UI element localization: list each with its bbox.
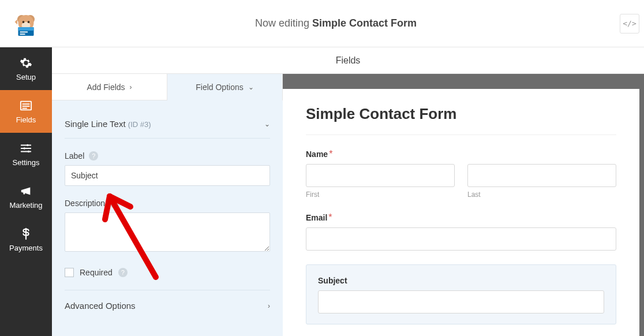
nav-item-label: Payments [9,244,43,252]
nav-item-settings[interactable]: Settings [0,133,52,176]
field-id-hint: (ID #3) [128,120,151,129]
label-field-label: Label ? [65,151,270,160]
advanced-label: Advanced Options [65,301,136,311]
preview-field-name[interactable]: Name* First Last [306,149,616,199]
opt-label-text: Label [65,151,84,160]
left-nav: Setup Fields Settings Marketing Payments [0,47,52,336]
svg-point-15 [23,147,25,150]
chevron-down-icon: ⌄ [248,83,254,91]
tab-add-fields[interactable]: Add Fields › [52,74,167,100]
last-name-input[interactable] [467,164,616,187]
field-section-header[interactable]: Single Line Text (ID #3) ⌄ [65,114,270,139]
svg-rect-13 [23,107,27,109]
help-icon[interactable]: ? [110,199,119,208]
svg-point-14 [27,144,29,146]
first-name-input[interactable] [306,164,455,187]
chevron-down-icon: ⌄ [264,120,270,128]
nav-item-label: Settings [13,158,40,167]
label-input[interactable] [65,165,270,186]
svg-rect-12 [23,106,30,107]
preview-panel: Simple Contact Form Name* First [283,74,644,336]
help-icon[interactable]: ? [118,268,128,277]
required-label: Required [80,268,113,277]
tab-label: Field Options [196,83,243,92]
required-star: * [328,212,332,222]
nav-item-label: Setup [16,73,36,81]
subject-input[interactable] [318,290,604,313]
opt-label-text: Description [65,199,105,208]
preview-form-title: Simple Contact Form [306,105,616,135]
tab-field-options[interactable]: Field Options ⌄ [167,74,283,100]
tab-label: Add Fields [87,83,125,92]
help-icon[interactable]: ? [89,151,98,160]
required-star: * [329,149,332,159]
topbar-title-formname: Simple Contact Form [312,17,417,29]
topbar-title: Now editing Simple Contact Form [52,17,620,29]
svg-rect-9 [20,33,25,35]
svg-point-16 [28,150,30,152]
panel-tabs: Add Fields › Field Options ⌄ [52,74,283,100]
email-input[interactable] [306,227,616,251]
field-label: Email [306,213,327,222]
options-panel: Add Fields › Field Options ⌄ Single Line… [52,74,283,336]
svg-rect-7 [18,27,34,31]
topbar: Now editing Simple Contact Form </> [0,0,644,47]
svg-rect-8 [20,31,28,32]
form-icon [20,99,32,112]
gear-icon [20,57,32,69]
field-type-title: Single Line Text [65,119,126,129]
panel-header: Fields [52,47,644,74]
megaphone-icon [20,185,32,197]
required-checkbox[interactable] [65,268,74,277]
sliders-icon [20,142,32,155]
preview-field-subject[interactable]: Subject [306,264,616,324]
nav-item-fields[interactable]: Fields [0,90,52,133]
nav-item-payments[interactable]: Payments [0,218,52,261]
advanced-options-toggle[interactable]: Advanced Options › [65,290,270,321]
svg-point-5 [28,21,30,23]
description-input[interactable] [65,212,270,252]
description-field-label: Description ? [65,199,270,208]
topbar-title-prefix: Now editing [255,17,312,29]
nav-item-label: Marketing [9,201,42,210]
first-sublabel: First [306,191,455,199]
chevron-right-icon: › [130,83,132,91]
dollar-icon [20,227,32,240]
svg-point-4 [23,21,25,23]
nav-item-setup[interactable]: Setup [0,47,52,90]
last-sublabel: Last [467,191,616,199]
embed-button[interactable]: </> [620,14,639,33]
preview-field-email[interactable]: Email* [306,212,616,251]
field-label: Subject [318,276,347,285]
nav-item-label: Fields [16,115,36,124]
chevron-right-icon: › [268,302,270,310]
svg-rect-11 [23,103,30,104]
app-logo [0,0,52,47]
nav-item-marketing[interactable]: Marketing [0,176,52,218]
field-label: Name [306,150,328,159]
